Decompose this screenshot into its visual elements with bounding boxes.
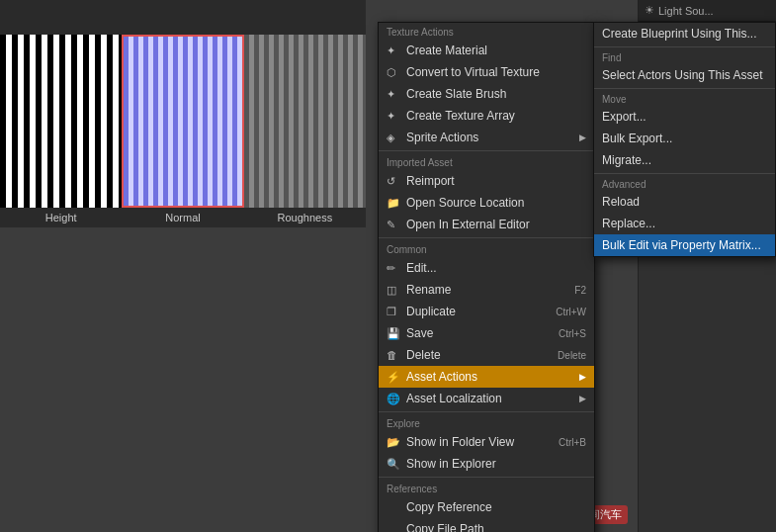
menu-copy-reference-label: Copy Reference xyxy=(406,500,492,514)
divider-2 xyxy=(379,237,594,238)
menu-asset-localization-label: Asset Localization xyxy=(406,392,502,405)
menu-open-source-location[interactable]: 📁 Open Source Location xyxy=(379,192,594,214)
roughness-label: Roughness xyxy=(244,208,366,227)
submenu-migrate[interactable]: Migrate... xyxy=(594,149,775,171)
menu-create-slate-label: Create Slate Brush xyxy=(406,87,506,101)
edit-icon: ✏ xyxy=(387,262,395,275)
menu-duplicate[interactable]: ❐ Duplicate Ctrl+W xyxy=(379,301,594,322)
folder-view-icon: 📂 xyxy=(387,436,400,449)
submenu-divider-2 xyxy=(594,88,775,89)
menu-show-folder-label: Show in Folder View xyxy=(406,435,514,449)
texture-roughness[interactable]: Roughness xyxy=(244,30,366,227)
explorer-icon: 🔍 xyxy=(387,458,400,471)
divider-1 xyxy=(379,150,594,151)
texture-normal[interactable]: Normal xyxy=(122,30,243,227)
texture-area: Height Normal Roughness xyxy=(0,0,366,227)
save-shortcut: Ctrl+S xyxy=(559,328,586,339)
menu-asset-actions[interactable]: ⚡ Asset Actions xyxy=(379,366,594,388)
menu-save[interactable]: 💾 Save Ctrl+S xyxy=(379,322,594,344)
open-source-icon: 📁 xyxy=(387,197,400,210)
delete-icon: 🗑 xyxy=(387,349,397,361)
menu-sprite-actions[interactable]: ◈ Sprite Actions xyxy=(379,127,594,148)
menu-asset-localization[interactable]: 🌐 Asset Localization xyxy=(379,388,594,409)
submenu-find-section: Find xyxy=(594,49,775,64)
menu-show-folder-view[interactable]: 📂 Show in Folder View Ctrl+B xyxy=(379,431,594,453)
normal-preview xyxy=(124,37,241,206)
menu-copy-reference[interactable]: Copy Reference xyxy=(379,496,594,518)
delete-shortcut: Delete xyxy=(558,350,586,361)
menu-edit-label: Edit... xyxy=(406,261,437,275)
menu-open-external-editor[interactable]: ✎ Open In External Editor xyxy=(379,214,594,235)
menu-create-texture-array-label: Create Texture Array xyxy=(406,109,515,123)
sprite-actions-icon: ◈ xyxy=(387,132,394,144)
submenu-bulk-edit[interactable]: Bulk Edit via Property Matrix... xyxy=(594,234,775,256)
menu-show-explorer[interactable]: 🔍 Show in Explorer xyxy=(379,453,594,475)
menu-rename[interactable]: ◫ Rename F2 xyxy=(379,279,594,301)
submenu-select-actors[interactable]: Select Actors Using This Asset xyxy=(594,64,775,86)
menu-copy-file-path[interactable]: Copy File Path xyxy=(379,518,594,532)
menu-convert-virtual[interactable]: ⬡ Convert to Virtual Texture xyxy=(379,61,594,83)
submenu-advanced-section: Advanced xyxy=(594,176,775,191)
menu-convert-virtual-label: Convert to Virtual Texture xyxy=(406,65,540,79)
submenu-export[interactable]: Export... xyxy=(594,106,775,128)
height-preview xyxy=(0,35,122,208)
section-common: Common xyxy=(379,240,594,257)
divider-4 xyxy=(379,477,594,478)
menu-create-material-label: Create Material xyxy=(406,44,487,57)
normal-label: Normal xyxy=(122,208,243,227)
height-label: Height xyxy=(0,208,122,227)
duplicate-shortcut: Ctrl+W xyxy=(556,307,586,317)
create-texture-array-icon: ✦ xyxy=(387,110,395,123)
menu-open-external-label: Open In External Editor xyxy=(406,218,530,231)
section-explore: Explore xyxy=(379,414,594,431)
submenu-divider-3 xyxy=(594,173,775,174)
submenu-replace[interactable]: Replace... xyxy=(594,213,775,234)
duplicate-icon: ❐ xyxy=(387,306,396,318)
reimport-icon: ↺ xyxy=(387,175,395,188)
submenu-create-blueprint[interactable]: Create Blueprint Using This... xyxy=(594,23,775,44)
submenu-bulk-export[interactable]: Bulk Export... xyxy=(594,128,775,149)
folder-view-shortcut: Ctrl+B xyxy=(559,437,586,448)
menu-create-material[interactable]: ✦ Create Material xyxy=(379,40,594,61)
roughness-preview xyxy=(244,35,366,208)
divider-3 xyxy=(379,411,594,412)
menu-reimport-label: Reimport xyxy=(406,174,455,188)
asset-actions-submenu: Create Blueprint Using This... Find Sele… xyxy=(593,22,776,257)
save-icon: 💾 xyxy=(387,327,400,340)
menu-delete[interactable]: 🗑 Delete Delete xyxy=(379,344,594,366)
section-references: References xyxy=(379,480,594,496)
menu-show-explorer-label: Show in Explorer xyxy=(406,457,496,471)
menu-sprite-actions-label: Sprite Actions xyxy=(406,131,478,144)
create-material-icon: ✦ xyxy=(387,44,395,57)
section-imported-asset: Imported Asset xyxy=(379,153,594,170)
menu-create-slate[interactable]: ✦ Create Slate Brush xyxy=(379,83,594,105)
menu-rename-label: Rename xyxy=(406,283,451,297)
menu-asset-actions-label: Asset Actions xyxy=(406,370,477,384)
texture-height[interactable]: Height xyxy=(0,30,122,227)
menu-edit[interactable]: ✏ Edit... xyxy=(379,257,594,279)
asset-localization-icon: 🌐 xyxy=(387,393,400,405)
menu-duplicate-label: Duplicate xyxy=(406,305,456,318)
menu-copy-file-path-label: Copy File Path xyxy=(406,522,484,532)
open-external-icon: ✎ xyxy=(387,219,395,231)
menu-create-texture-array[interactable]: ✦ Create Texture Array xyxy=(379,105,594,127)
rename-icon: ◫ xyxy=(387,284,396,297)
menu-delete-label: Delete xyxy=(406,348,441,362)
menu-open-source-label: Open Source Location xyxy=(406,196,524,210)
light-source-label: Light Sou... xyxy=(658,5,714,17)
rename-shortcut: F2 xyxy=(574,285,586,296)
asset-actions-icon: ⚡ xyxy=(387,371,400,384)
menu-reimport[interactable]: ↺ Reimport xyxy=(379,170,594,192)
section-texture-actions: Texture Actions xyxy=(379,23,594,40)
create-slate-icon: ✦ xyxy=(387,88,395,101)
submenu-reload[interactable]: Reload xyxy=(594,191,775,213)
convert-virtual-icon: ⬡ xyxy=(387,66,396,79)
submenu-divider-1 xyxy=(594,46,775,47)
light-icon: ☀ xyxy=(645,4,654,17)
submenu-move-section: Move xyxy=(594,91,775,106)
menu-save-label: Save xyxy=(406,326,433,340)
context-menu: Texture Actions ✦ Create Material ⬡ Conv… xyxy=(378,22,595,532)
light-source-header: ☀ Light Sou... xyxy=(639,0,776,22)
